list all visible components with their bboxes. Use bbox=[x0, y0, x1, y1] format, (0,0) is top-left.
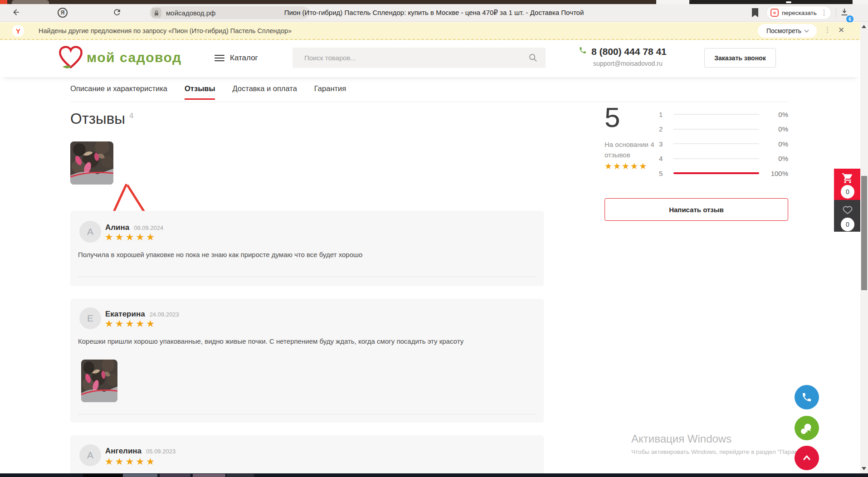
yandex-icon[interactable]: Я bbox=[58, 8, 68, 18]
tab-warranty[interactable]: Гарантия bbox=[314, 84, 346, 100]
order-call-button[interactable]: Заказать звонок bbox=[704, 48, 776, 68]
reviewer-name-text: Алина bbox=[105, 223, 129, 232]
rating-row-percent: 0% bbox=[766, 125, 788, 133]
search-box bbox=[293, 48, 546, 68]
site-logo[interactable]: мой садовод bbox=[58, 45, 182, 70]
retell-label: пересказать bbox=[782, 10, 817, 16]
phone-link[interactable]: 8 (800) 444 78 41 bbox=[579, 46, 667, 57]
rating-row-percent: 0% bbox=[766, 155, 788, 162]
address-bar[interactable]: мойсадовод.рф bbox=[150, 6, 309, 19]
favorites-count-badge: 0 bbox=[841, 218, 854, 231]
close-icon[interactable]: ✕ bbox=[838, 25, 844, 35]
rating-row-percent: 0% bbox=[766, 140, 788, 148]
rating-row: 5 100% bbox=[659, 166, 788, 181]
rating-bar bbox=[673, 114, 759, 115]
rating-row: 1 0% bbox=[659, 107, 788, 122]
review-date: 05.09.2023 bbox=[146, 448, 176, 455]
browser-active-tab[interactable] bbox=[689, 0, 853, 4]
rating-row: 3 0% bbox=[659, 136, 788, 151]
scroll-top-fab[interactable] bbox=[795, 446, 819, 470]
offers-notification-bar: Y Найдены другие предложения по запросу … bbox=[0, 22, 868, 40]
tab-reviews[interactable]: Отзывы bbox=[185, 84, 215, 100]
tab-description[interactable]: Описание и характеристика bbox=[70, 84, 167, 100]
download-icon[interactable]: 6 bbox=[840, 8, 851, 19]
chat-icon bbox=[801, 422, 813, 434]
browser-tab[interactable] bbox=[12, 0, 49, 4]
rating-row-label: 4 bbox=[659, 155, 665, 162]
tabs-divider bbox=[70, 102, 788, 102]
rating-bar bbox=[673, 143, 759, 144]
tab-strip-end bbox=[853, 0, 868, 4]
page-title: Пион (Ито-гибрид) Пастель Сплендор: купи… bbox=[0, 9, 868, 17]
catalog-label: Каталог bbox=[230, 54, 258, 63]
rating-row: 4 0% bbox=[659, 151, 788, 166]
phone-number: 8 (800) 444 78 41 bbox=[591, 46, 667, 57]
average-rating: 5 bbox=[605, 103, 620, 131]
reviewer-name: Алина08.09.2024 bbox=[105, 223, 163, 232]
cart-icon bbox=[842, 172, 853, 186]
scroll-up-arrow[interactable] bbox=[862, 25, 866, 28]
yandex-search-icon: Y bbox=[12, 25, 24, 37]
catalog-button[interactable]: Каталог bbox=[215, 54, 258, 63]
rating-row-percent: 100% bbox=[766, 170, 788, 177]
rating-row: 2 0% bbox=[659, 122, 788, 137]
review-card: А Алина08.09.2024 ★★★★★ Получила в хорош… bbox=[70, 211, 544, 286]
review-photo-thumbnail[interactable] bbox=[81, 360, 117, 402]
call-fab[interactable] bbox=[795, 385, 819, 409]
support-email[interactable]: support@moisadovod.ru bbox=[593, 60, 667, 67]
avatar: А bbox=[79, 221, 101, 243]
review-date: 08.09.2024 bbox=[134, 224, 163, 231]
avatar: А bbox=[79, 444, 101, 466]
rating-row-label: 1 bbox=[659, 111, 665, 118]
screen: Я мойсадовод.рф Пион (Ито-гибрид) Пастел… bbox=[0, 0, 868, 477]
phone-icon bbox=[801, 392, 812, 403]
search-icon[interactable] bbox=[529, 54, 537, 64]
view-offers-label: Посмотреть bbox=[766, 27, 801, 34]
reviews-count: 4 bbox=[129, 112, 133, 120]
scrollbar[interactable] bbox=[860, 22, 868, 473]
retell-menu-icon[interactable]: ⋮ bbox=[821, 9, 828, 17]
site-header: мой садовод Каталог 8 (800) 444 78 41 su… bbox=[0, 40, 860, 77]
review-stars: ★★★★★ bbox=[105, 456, 156, 467]
rating-bar bbox=[673, 158, 759, 159]
tab-delivery[interactable]: Доставка и оплата bbox=[232, 84, 297, 100]
write-review-button[interactable]: Написать отзыв bbox=[605, 198, 788, 221]
scrollbar-thumb[interactable] bbox=[861, 176, 867, 290]
avatar: Е bbox=[79, 307, 101, 329]
notification-menu-icon[interactable]: ⋮ bbox=[824, 26, 831, 34]
reviewer-name: Ангелина05.09.2023 bbox=[105, 447, 176, 456]
review-photo-thumbnail[interactable] bbox=[70, 141, 113, 185]
phone-icon bbox=[579, 46, 587, 54]
cart-widget[interactable]: 0 bbox=[834, 169, 861, 200]
review-text: Получила в хорошей упаковке но пока не з… bbox=[78, 251, 535, 258]
rating-bar bbox=[673, 173, 759, 174]
retell-button[interactable]: « пересказать ⋮ bbox=[766, 6, 831, 19]
bookmark-icon[interactable] bbox=[751, 8, 759, 19]
reviews-title: Отзывы4 bbox=[70, 110, 133, 127]
url-text: мойсадовод.рф bbox=[166, 9, 215, 17]
rating-row-label: 3 bbox=[659, 140, 665, 148]
logo-heart-icon bbox=[58, 45, 84, 70]
rating-distribution: 1 0% 2 0% 3 0% 4 0% 5 100% bbox=[659, 107, 788, 181]
chevron-up-icon bbox=[801, 453, 812, 463]
refresh-icon[interactable] bbox=[112, 8, 122, 17]
review-card: А Ангелина05.09.2023 ★★★★★ bbox=[70, 435, 544, 477]
contact-block: 8 (800) 444 78 41 support@moisadovod.ru bbox=[579, 46, 667, 67]
view-offers-button[interactable]: Посмотреть bbox=[758, 24, 817, 38]
retell-quote-icon: « bbox=[770, 9, 779, 17]
reviews-title-text: Отзывы bbox=[70, 110, 125, 127]
back-icon[interactable] bbox=[12, 8, 21, 17]
chat-fab[interactable] bbox=[795, 416, 819, 440]
review-date: 24.09.2023 bbox=[150, 311, 179, 318]
review-divider bbox=[78, 414, 536, 414]
review-card: Е Екатерина24.09.2023 ★★★★★ Корешки приш… bbox=[70, 299, 544, 423]
review-text: Корешки пришли хорошо упакованные, видно… bbox=[78, 337, 535, 345]
lock-icon[interactable] bbox=[151, 8, 161, 18]
favorites-widget[interactable]: 0 bbox=[834, 200, 861, 232]
rating-row-label: 2 bbox=[659, 125, 665, 133]
search-input[interactable] bbox=[293, 48, 546, 68]
window-accent bbox=[0, 0, 7, 4]
rating-row-label: 5 bbox=[659, 170, 665, 177]
cart-count-badge: 0 bbox=[841, 185, 854, 199]
scroll-down-arrow[interactable] bbox=[862, 467, 866, 470]
